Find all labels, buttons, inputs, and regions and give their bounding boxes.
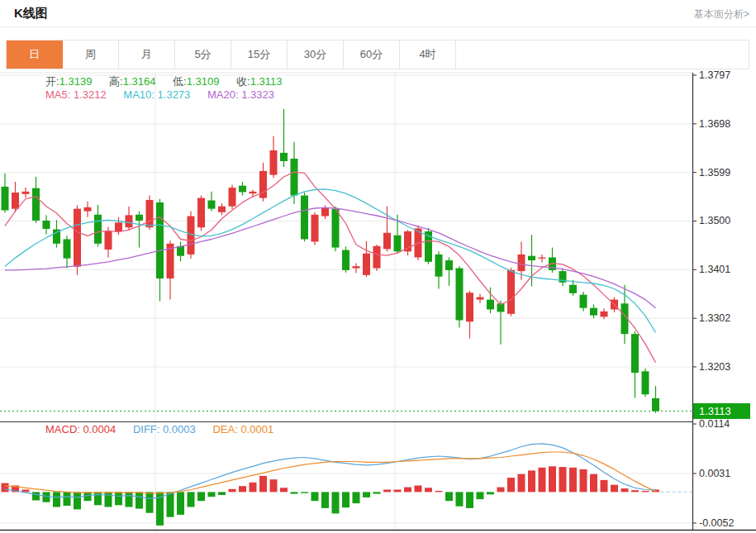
ohlc-readout: 开:1.3139 高:1.3164 低:1.3109 收:1.3113 bbox=[45, 74, 296, 89]
macd-bar bbox=[321, 492, 329, 508]
macd-bar bbox=[363, 492, 370, 497]
macd-bar bbox=[136, 492, 143, 508]
candle-body bbox=[115, 222, 122, 231]
macd-bar bbox=[239, 486, 246, 492]
macd-bar bbox=[43, 492, 50, 502]
macd-bar bbox=[621, 488, 629, 492]
candle-body bbox=[652, 398, 659, 411]
macd-bar bbox=[642, 491, 649, 492]
macd-bar bbox=[383, 490, 391, 493]
kline-app: K线图 基本面分析> 日 周 月 5分 15分 30分 60分 4时 1.379… bbox=[0, 0, 756, 533]
diff-value-readout: DIFF: 0.0003 bbox=[133, 423, 196, 435]
candle-body bbox=[94, 215, 102, 244]
macd-bar bbox=[208, 492, 216, 497]
candle-body bbox=[631, 334, 639, 373]
macd-bar bbox=[332, 492, 340, 513]
macd-bar bbox=[218, 492, 226, 495]
macd-bar bbox=[167, 492, 174, 516]
macd-bar bbox=[342, 492, 349, 507]
macd-bar bbox=[291, 492, 298, 493]
macd-bar bbox=[32, 492, 40, 500]
dea-line bbox=[5, 452, 656, 493]
candle-body bbox=[126, 215, 133, 227]
candle-body bbox=[301, 196, 308, 240]
candle-body bbox=[218, 207, 226, 212]
candle-body bbox=[507, 270, 515, 314]
ma5-line bbox=[5, 172, 656, 363]
candle-body bbox=[22, 192, 30, 194]
candle-body bbox=[487, 300, 494, 310]
macd-bar bbox=[64, 492, 71, 506]
macd-bar bbox=[197, 492, 205, 501]
macd-bar bbox=[425, 488, 432, 492]
macd-bar bbox=[549, 466, 556, 492]
macd-bar bbox=[373, 492, 381, 493]
macd-bar bbox=[259, 476, 267, 493]
macd-readout: MACD: 0.0004 DIFF: 0.0003 DEA: 0.0001 bbox=[45, 423, 288, 435]
candle-body bbox=[74, 209, 81, 267]
macd-bar bbox=[53, 492, 60, 507]
candle-body bbox=[229, 188, 236, 207]
candle-body bbox=[270, 150, 278, 175]
close-readout: 收:1.3113 bbox=[236, 75, 282, 88]
macd-bar bbox=[466, 492, 473, 508]
candle-body bbox=[321, 207, 329, 216]
macd-bar bbox=[497, 488, 505, 493]
candle-body bbox=[280, 153, 288, 161]
price-axis-labels: 1.37971.36981.35991.35001.34011.33021.32… bbox=[692, 69, 730, 373]
candle-body bbox=[569, 285, 577, 293]
candle-body bbox=[12, 193, 19, 209]
current-price-badge: 1.3113 bbox=[693, 403, 750, 419]
axes bbox=[0, 73, 756, 531]
macd-bar bbox=[415, 486, 422, 493]
macd-bar bbox=[105, 492, 112, 507]
candle-body bbox=[332, 209, 340, 248]
macd-bar bbox=[115, 492, 122, 505]
macd-bar bbox=[250, 483, 257, 493]
candle-body bbox=[43, 221, 50, 229]
candle-body bbox=[466, 293, 473, 321]
macd-bar bbox=[539, 468, 546, 493]
candle-body bbox=[456, 269, 464, 321]
candle-body bbox=[580, 295, 587, 308]
price-tick-label: 1.3401 bbox=[699, 264, 730, 275]
macd-bar bbox=[528, 470, 535, 492]
price-tick-label: 1.3203 bbox=[699, 361, 730, 373]
macd-bar bbox=[146, 492, 154, 512]
macd-bar bbox=[507, 478, 515, 492]
candle-body bbox=[518, 255, 525, 271]
macd-bar bbox=[270, 479, 278, 492]
macd-bar bbox=[126, 492, 133, 507]
macd-bar bbox=[394, 490, 402, 493]
candle-body bbox=[291, 159, 298, 196]
macd-bar bbox=[611, 485, 618, 493]
candle-body bbox=[311, 215, 319, 242]
macd-histogram bbox=[2, 466, 660, 526]
candle-body bbox=[197, 198, 205, 228]
macd-bar bbox=[353, 492, 360, 503]
low-readout: 低:1.3109 bbox=[173, 75, 219, 88]
macd-bar bbox=[280, 488, 288, 492]
macd-bar bbox=[487, 492, 494, 494]
candle-body bbox=[394, 236, 402, 252]
macd-bar bbox=[229, 489, 236, 493]
candle-body bbox=[136, 215, 143, 221]
open-readout: 开:1.3139 bbox=[45, 75, 92, 88]
candle-body bbox=[146, 200, 154, 227]
candle-body bbox=[590, 308, 597, 316]
candle-body bbox=[239, 186, 246, 193]
macd-axis-labels: 0.01140.0031-0.0052 bbox=[692, 418, 734, 529]
candle-body bbox=[477, 297, 484, 300]
ma10-line bbox=[5, 189, 656, 333]
candle-body bbox=[84, 207, 92, 212]
macd-bar bbox=[559, 467, 567, 492]
candle-body bbox=[601, 312, 608, 317]
macd-bar bbox=[301, 492, 308, 493]
ma20-readout: MA20: 1.3323 bbox=[207, 88, 274, 101]
macd-bar bbox=[518, 474, 525, 493]
candle-body bbox=[528, 256, 535, 260]
macd-bar bbox=[188, 492, 195, 507]
current-price-label: 1.3113 bbox=[699, 405, 731, 417]
price-tick-label: 1.3599 bbox=[699, 167, 730, 178]
macd-value-readout: MACD: 0.0004 bbox=[45, 423, 116, 435]
